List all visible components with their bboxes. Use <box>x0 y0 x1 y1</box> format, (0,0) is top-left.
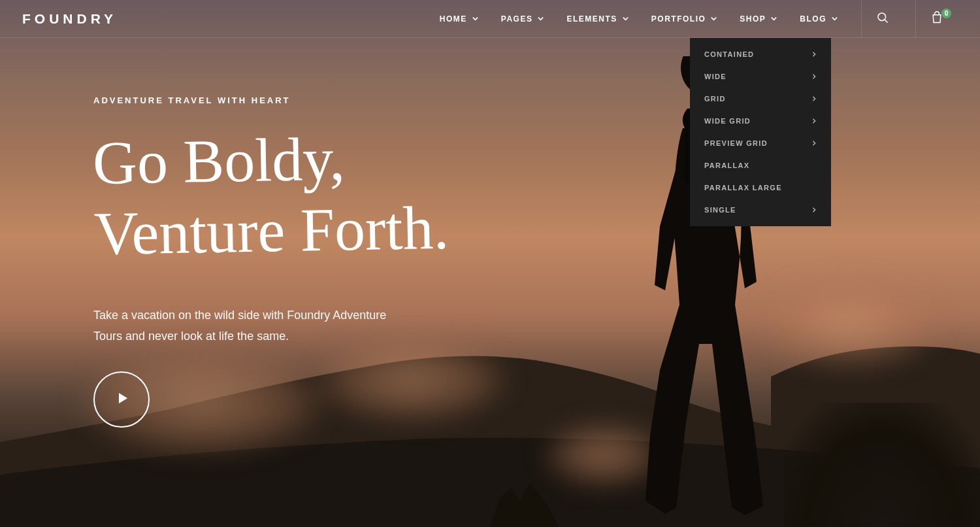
search-icon <box>876 11 889 27</box>
dropdown-single[interactable]: SINGLE <box>690 199 831 221</box>
portfolio-dropdown: CONTAINED WIDE GRID WIDE GRID PREVIEW GR… <box>690 38 831 226</box>
dropdown-label: PREVIEW GRID <box>704 139 768 147</box>
chevron-right-icon <box>811 73 817 80</box>
dropdown-preview-grid[interactable]: PREVIEW GRID <box>690 132 831 154</box>
headline-line-1: Go Boldy, <box>92 124 345 197</box>
nav-shop[interactable]: SHOP <box>728 0 789 37</box>
hero-tagline: ADVENTURE TRAVEL WITH HEART <box>93 95 588 105</box>
site-logo[interactable]: FOUNDRY <box>22 11 117 27</box>
nav-portfolio[interactable]: PORTFOLIO <box>640 0 729 37</box>
dropdown-wide[interactable]: WIDE <box>690 65 831 88</box>
nav-label: SHOP <box>740 14 766 24</box>
nav-pages[interactable]: PAGES <box>490 0 556 37</box>
nav-elements[interactable]: ELEMENTS <box>555 0 640 37</box>
dropdown-label: WIDE GRID <box>704 117 751 125</box>
rocks-silhouette <box>483 465 568 527</box>
svg-point-0 <box>878 12 886 20</box>
dropdown-label: PARALLAX <box>704 162 749 169</box>
cart-button[interactable]: 0 <box>916 0 958 37</box>
dropdown-grid[interactable]: GRID <box>690 88 831 110</box>
chevron-right-icon <box>811 206 817 214</box>
dropdown-contained[interactable]: CONTAINED <box>690 43 831 65</box>
dropdown-wide-grid[interactable]: WIDE GRID <box>690 110 831 132</box>
nav-blog[interactable]: BLOG <box>789 0 849 37</box>
play-video-button[interactable] <box>93 371 150 428</box>
dropdown-label: GRID <box>704 95 726 103</box>
headline-line-2: Venture Forth. <box>93 194 449 267</box>
chevron-down-icon <box>622 15 629 22</box>
dropdown-label: PARALLAX LARGE <box>704 184 782 192</box>
dropdown-parallax[interactable]: PARALLAX <box>690 154 831 177</box>
main-header: FOUNDRY HOME PAGES ELEMENTS PORTFOLIO SH… <box>0 0 980 38</box>
primary-nav: HOME PAGES ELEMENTS PORTFOLIO SHOP BLOG <box>429 0 958 37</box>
chevron-right-icon <box>811 139 817 147</box>
hero-headline: Go Boldy, Venture Forth. <box>92 119 589 269</box>
chevron-down-icon <box>472 15 479 22</box>
chevron-down-icon <box>770 15 777 22</box>
chevron-right-icon <box>811 117 817 125</box>
nav-label: PORTFOLIO <box>651 14 706 24</box>
dropdown-parallax-large[interactable]: PARALLAX LARGE <box>690 177 831 199</box>
nav-label: HOME <box>440 14 467 24</box>
nav-label: ELEMENTS <box>566 14 617 24</box>
chevron-down-icon <box>831 15 838 22</box>
hero-content: ADVENTURE TRAVEL WITH HEART Go Boldy, Ve… <box>0 38 588 428</box>
cart-count-badge: 0 <box>941 8 951 18</box>
svg-line-1 <box>885 19 888 22</box>
bush-silhouette <box>784 403 980 527</box>
play-icon <box>114 392 129 407</box>
hero-subtext: Take a vacation on the wild side with Fo… <box>93 305 407 347</box>
nav-label: BLOG <box>800 14 826 24</box>
chevron-down-icon <box>710 15 717 22</box>
chevron-right-icon <box>811 95 817 103</box>
dropdown-label: SINGLE <box>704 206 736 214</box>
search-button[interactable] <box>862 0 904 37</box>
dropdown-label: WIDE <box>704 73 727 80</box>
chevron-right-icon <box>811 50 817 58</box>
nav-home[interactable]: HOME <box>429 0 490 37</box>
dropdown-label: CONTAINED <box>704 50 754 58</box>
chevron-down-icon <box>537 15 544 22</box>
nav-label: PAGES <box>501 14 533 24</box>
